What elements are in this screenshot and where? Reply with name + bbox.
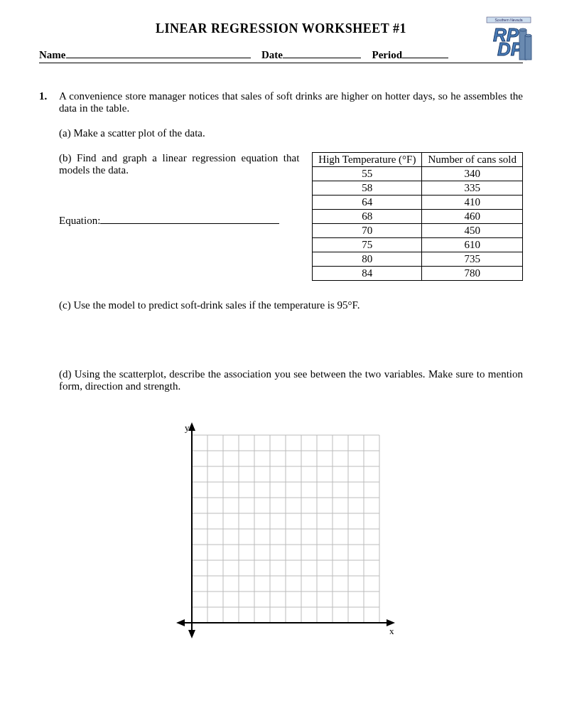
table-row: 80735 [313,252,523,267]
date-label: Date [261,49,283,61]
data-table: High Temperature (°F) Number of cans sol… [312,152,523,281]
table-cell: 610 [422,238,523,252]
y-axis-arrow-down-icon [188,630,195,638]
table-cell: 780 [422,267,523,281]
table-cell: 410 [422,196,523,210]
table-header-temp: High Temperature (°F) [313,153,422,167]
question-1: 1. A convenience store manager notices t… [39,90,523,648]
table-cell: 58 [313,181,422,196]
part-b: (b) Find and graph a linear regression e… [59,152,299,176]
student-info-line: Name Date Period [39,48,523,63]
rpdp-logo: Southern Nevada RP DP [484,16,534,65]
table-row: 75610 [313,238,523,252]
table-cell: 68 [313,210,422,224]
table-cell: 735 [422,252,523,267]
table-cell: 460 [422,210,523,224]
y-axis-arrow-icon [188,422,195,431]
svg-point-4 [525,34,531,37]
table-cell: 335 [422,181,523,196]
period-blank[interactable] [402,48,448,58]
svg-rect-2 [525,36,531,60]
worksheet-body: 1. A convenience store manager notices t… [39,90,523,648]
name-blank[interactable] [66,48,251,58]
equation-blank[interactable] [100,213,279,224]
table-cell: 70 [313,224,422,238]
page-title: LINEAR REGRESSION WORKSHEET #1 [39,21,523,36]
logo-top-text: Southern Nevada [495,18,523,22]
question-number: 1. [39,90,52,102]
table-cell: 84 [313,267,422,281]
part-a: (a) Make a scatter plot of the data. [59,127,523,139]
table-cell: 64 [313,196,422,210]
part-c: (c) Use the model to predict soft-drink … [59,299,523,311]
table-row: 84780 [313,267,523,281]
table-cell: 80 [313,252,422,267]
table-cell: 55 [313,167,422,181]
coordinate-grid: y x [163,421,419,648]
part-d: (d) Using the scatterplot, describe the … [59,368,523,392]
table-row: 64410 [313,196,523,210]
question-intro: A convenience store manager notices that… [59,90,523,114]
period-label: Period [372,49,403,61]
equation-label: Equation: [59,215,100,226]
worksheet-header: LINEAR REGRESSION WORKSHEET #1 Name Date… [39,21,523,63]
x-axis-arrow-left-icon [176,619,185,626]
date-blank[interactable] [283,48,361,58]
table-row: 68460 [313,210,523,224]
table-cell: 450 [422,224,523,238]
table-row: 70450 [313,224,523,238]
name-label: Name [39,49,66,61]
table-row: 58335 [313,181,523,196]
table-row: 55340 [313,167,523,181]
blank-grid-chart: y x [59,421,523,648]
table-cell: 340 [422,167,523,181]
table-cell: 75 [313,238,422,252]
table-header-cans: Number of cans sold [422,153,523,167]
x-axis-label: x [389,626,394,636]
y-axis-label: y [185,422,190,433]
svg-point-3 [519,28,526,31]
equation-line: Equation: [59,213,299,227]
